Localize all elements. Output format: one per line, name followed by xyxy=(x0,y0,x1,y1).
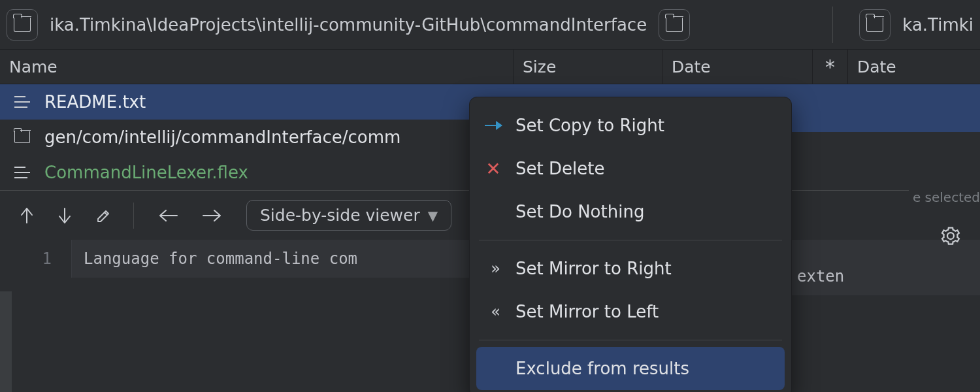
left-path-text: ika.Timkina\IdeaProjects\intellij-commun… xyxy=(50,15,647,35)
column-date-right[interactable]: Date xyxy=(848,50,980,84)
gear-icon[interactable] xyxy=(939,225,962,247)
double-chevron-right-icon: » xyxy=(484,259,502,278)
column-name[interactable]: Name xyxy=(0,50,514,84)
edit-button[interactable] xyxy=(95,208,110,223)
nav-back-button[interactable] xyxy=(157,208,178,223)
menu-set-do-nothing[interactable]: Set Do Nothing xyxy=(470,190,791,233)
column-diff[interactable]: * xyxy=(813,50,848,84)
menu-set-delete[interactable]: ✕ Set Delete xyxy=(470,147,791,190)
menu-item-label: Set Mirror to Left xyxy=(515,302,659,321)
folder-icon xyxy=(14,131,30,143)
menu-separator xyxy=(479,340,782,340)
right-selected-row-bg xyxy=(792,97,980,132)
text-file-icon xyxy=(14,94,30,110)
context-menu: Set Copy to Right ✕ Set Delete Set Do No… xyxy=(469,97,792,392)
menu-item-label: Set Mirror to Right xyxy=(515,259,672,278)
file-name: CommandLineLexer.flex xyxy=(44,163,248,182)
menu-set-copy-right[interactable]: Set Copy to Right xyxy=(470,104,791,147)
arrow-right-icon xyxy=(484,125,502,127)
right-status-hint: e selected xyxy=(909,186,980,209)
close-icon: ✕ xyxy=(484,158,502,180)
right-path-text: ka.Timki xyxy=(902,15,973,35)
folder-icon[interactable] xyxy=(859,9,890,41)
next-diff-button[interactable] xyxy=(57,207,72,224)
text-file-icon xyxy=(14,165,30,180)
viewer-mode-label: Side-by-side viewer xyxy=(260,206,420,225)
menu-item-label: Exclude from results xyxy=(515,359,689,378)
nav-forward-button[interactable] xyxy=(202,208,223,223)
menu-mirror-right[interactable]: » Set Mirror to Right xyxy=(470,247,791,290)
menu-item-label: Set Delete xyxy=(515,159,604,178)
chevron-down-icon: ▼ xyxy=(428,208,438,223)
right-editor-snippet: exten xyxy=(792,257,980,295)
gutter-line-number: 1 xyxy=(0,240,72,278)
column-headers: Name Size Date * Date xyxy=(0,49,980,84)
prev-diff-button[interactable] xyxy=(20,207,34,224)
menu-item-label: Set Do Nothing xyxy=(515,202,644,221)
gutter-edge xyxy=(0,291,12,392)
double-chevron-left-icon: « xyxy=(484,302,502,321)
open-path-button[interactable] xyxy=(659,9,690,41)
file-name: README.txt xyxy=(44,92,146,112)
path-bar: ika.Timkina\IdeaProjects\intellij-commun… xyxy=(0,0,980,49)
menu-separator xyxy=(479,240,782,240)
folder-icon[interactable] xyxy=(7,9,38,41)
file-name: gen/com/intellij/commandInterface/comm xyxy=(44,127,400,147)
menu-item-label: Set Copy to Right xyxy=(515,116,664,135)
menu-mirror-left[interactable]: « Set Mirror to Left xyxy=(470,290,791,333)
column-date[interactable]: Date xyxy=(662,50,813,84)
menu-exclude[interactable]: Exclude from results xyxy=(476,347,785,390)
column-size[interactable]: Size xyxy=(514,50,662,84)
viewer-mode-select[interactable]: Side-by-side viewer ▼ xyxy=(246,200,451,231)
